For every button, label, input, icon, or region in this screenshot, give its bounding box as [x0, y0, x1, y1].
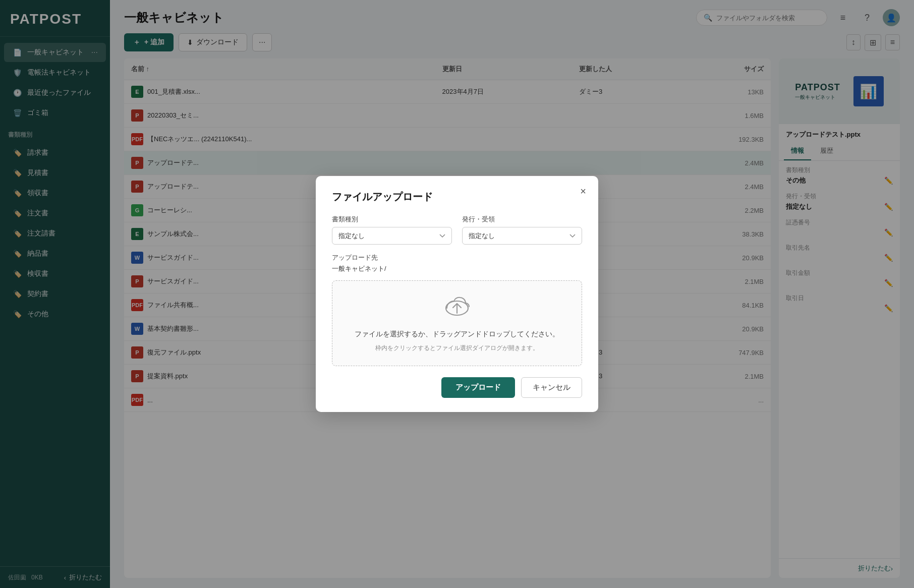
- upload-modal: ファイルアップロード × 書類種別 指定なし 請求書 見積書 領収書 注文書 注…: [316, 176, 598, 412]
- cloud-upload-icon: [442, 294, 472, 325]
- modal-actions: アップロード キャンセル: [332, 377, 582, 398]
- modal-close-button[interactable]: ×: [580, 186, 586, 196]
- doc-type-label: 書類種別: [332, 215, 452, 224]
- modal-title: ファイルアップロード: [332, 190, 582, 204]
- modal-overlay[interactable]: ファイルアップロード × 書類種別 指定なし 請求書 見積書 領収書 注文書 注…: [0, 0, 914, 588]
- upload-button[interactable]: アップロード: [441, 377, 515, 398]
- upload-dest-label: アップロード先: [332, 254, 378, 261]
- doc-type-select[interactable]: 指定なし 請求書 見積書 領収書 注文書 注文請書 納品書 検収書 契約書 その…: [332, 227, 452, 245]
- issue-receive-field: 発行・受領 指定なし 発行 受領: [462, 215, 582, 245]
- modal-selects-row: 書類種別 指定なし 請求書 見積書 領収書 注文書 注文請書 納品書 検収書 契…: [332, 215, 582, 245]
- issue-receive-label: 発行・受領: [462, 215, 582, 224]
- cancel-button[interactable]: キャンセル: [521, 377, 582, 398]
- upload-drop-area[interactable]: ファイルを選択するか、ドラッグアンドドロップしてください。 枠内をクリックすると…: [332, 280, 582, 366]
- drop-area-main-text: ファイルを選択するか、ドラッグアンドドロップしてください。: [355, 330, 559, 339]
- upload-dest-field: アップロード先 一般キャビネット/: [332, 253, 582, 273]
- upload-dest-path: 一般キャビネット/: [332, 264, 582, 273]
- issue-receive-select[interactable]: 指定なし 発行 受領: [462, 227, 582, 245]
- drop-area-sub-text: 枠内をクリックするとファイル選択ダイアログが開きます。: [375, 344, 539, 352]
- doc-type-field: 書類種別 指定なし 請求書 見積書 領収書 注文書 注文請書 納品書 検収書 契…: [332, 215, 452, 245]
